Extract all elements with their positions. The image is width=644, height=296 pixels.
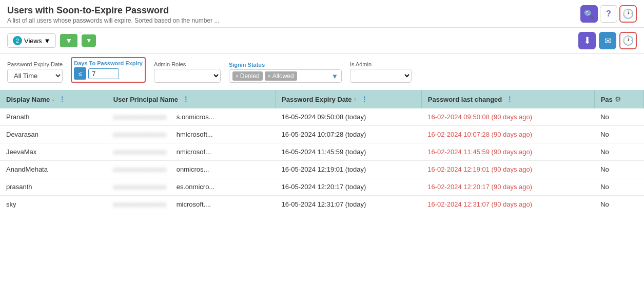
col-expiry-date-label: Password Expiry Date — [282, 96, 352, 103]
cell-last-changed: 16-02-2024 11:45:59 (90 days ago) — [421, 143, 594, 161]
views-label: Views — [24, 37, 42, 45]
expiry-date-sort-icon[interactable]: ↑ — [354, 97, 357, 102]
password-expiry-date-select[interactable]: All Time — [7, 69, 63, 83]
table-row: Devarasan xxxxxxxxxxxxxxxx hmicrosoft...… — [0, 126, 644, 143]
col-last-changed: Password last changed ⋮ — [421, 90, 594, 108]
table-container: Display Name ↓ ⋮ User Principal Name ⋮ P… — [0, 90, 644, 213]
views-badge: 2 — [13, 36, 22, 45]
cell-display-name: prasanth — [0, 178, 107, 196]
cell-display-name: Pranath — [0, 108, 107, 126]
cell-pas: No — [594, 126, 643, 143]
users-table: Display Name ↓ ⋮ User Principal Name ⋮ P… — [0, 90, 644, 213]
cell-upn: xxxxxxxxxxxxxxxx nmicrosof... — [107, 143, 275, 161]
upn-suffix: hmicrosoft... — [177, 131, 213, 138]
table-row: AnandMehata xxxxxxxxxxxxxxxx onmicros...… — [0, 161, 644, 178]
upn-blurred: xxxxxxxxxxxxxxxx — [113, 131, 174, 138]
admin-roles-label: Admin Roles — [154, 61, 221, 67]
cell-expiry-date: 16-05-2024 12:20:17 (today) — [276, 178, 422, 196]
cell-upn: xxxxxxxxxxxxxxxx hmicrosoft... — [107, 126, 275, 143]
action-icons: ⬇ ✉ 🕐 — [578, 32, 637, 49]
admin-roles-select[interactable] — [154, 69, 221, 83]
col-pas: Pas ⚙ — [594, 90, 643, 108]
views-button[interactable]: 2 Views ▼ — [7, 33, 56, 48]
download-button[interactable]: ⬇ — [578, 32, 596, 49]
signin-status-denied-tag[interactable]: × Denied — [232, 71, 263, 81]
is-admin-label: Is Admin — [350, 61, 412, 67]
cell-expiry-date: 16-05-2024 10:07:28 (today) — [276, 126, 422, 143]
days-to-expiry-label: Days To Password Expiry — [74, 60, 143, 66]
password-expiry-date-group: Password Expiry Date All Time — [7, 61, 63, 83]
cell-pas: No — [594, 178, 643, 196]
page-subtitle: A list of all users whose passwords will… — [7, 17, 220, 24]
cell-last-changed: 16-02-2024 12:19:01 (90 days ago) — [421, 161, 594, 178]
col-display-name-label: Display Name — [6, 96, 50, 103]
signin-status-allowed-tag[interactable]: × Allowed — [265, 71, 297, 81]
display-name-sort-icon[interactable]: ↓ — [52, 97, 54, 102]
cell-expiry-date: 16-05-2024 09:50:08 (today) — [276, 108, 422, 126]
upn-blurred: xxxxxxxxxxxxxxxx — [113, 165, 174, 173]
upn-dots-icon[interactable]: ⋮ — [182, 95, 189, 103]
filter-row: Password Expiry Date All Time Days To Pa… — [0, 54, 644, 88]
table-row: JeevaMax xxxxxxxxxxxxxxxx nmicrosof... 1… — [0, 143, 644, 161]
col-display-name: Display Name ↓ ⋮ — [0, 90, 107, 108]
upn-suffix: nmicrosof... — [177, 148, 211, 156]
col-last-changed-label: Password last changed — [428, 96, 502, 103]
cell-pas: No — [594, 108, 643, 126]
search-button[interactable]: 🔍 — [580, 5, 598, 23]
is-admin-group: Is Admin — [350, 61, 412, 83]
help-button[interactable]: ? — [600, 5, 617, 23]
cell-display-name: Devarasan — [0, 126, 107, 143]
allowed-tag-remove-icon[interactable]: × — [268, 73, 271, 79]
is-admin-select[interactable] — [350, 69, 412, 83]
cell-display-name: sky — [0, 196, 107, 213]
cell-upn: xxxxxxxxxxxxxxxx s.onmicros... — [107, 108, 275, 126]
cell-last-changed: 16-02-2024 12:31:07 (90 days ago) — [421, 196, 594, 213]
days-lte-button[interactable]: ≤ — [74, 67, 86, 80]
denied-tag-remove-icon[interactable]: × — [236, 73, 239, 79]
password-expiry-date-label: Password Expiry Date — [7, 61, 63, 67]
cell-upn: xxxxxxxxxxxxxxxx onmicros... — [107, 161, 275, 178]
cell-pas: No — [594, 143, 643, 161]
email-button[interactable]: ✉ — [599, 32, 616, 49]
clock-action-button[interactable]: 🕐 — [619, 32, 637, 49]
display-name-dots-icon[interactable]: ⋮ — [58, 95, 66, 103]
upn-suffix: microsoft.... — [177, 200, 211, 208]
days-expiry-input[interactable] — [88, 68, 119, 79]
clock-button[interactable]: 🕐 — [619, 5, 637, 23]
col-upn-label: User Principal Name — [113, 96, 178, 103]
table-row: prasanth xxxxxxxxxxxxxxxx es.onmicro... … — [0, 178, 644, 196]
signin-status-control[interactable]: × Denied × Allowed ▼ — [229, 69, 342, 83]
days-expiry-input-row: ≤ — [74, 67, 143, 80]
expiry-date-dots-icon[interactable]: ⋮ — [361, 95, 368, 103]
cell-last-changed: 16-02-2024 09:50:08 (90 days ago) — [421, 108, 594, 126]
signin-status-dropdown-arrow[interactable]: ▼ — [331, 72, 338, 80]
cell-expiry-date: 16-05-2024 12:19:01 (today) — [276, 161, 422, 178]
filter-icon-button[interactable]: ▼ — [60, 34, 77, 47]
signin-status-label: Signin Status — [229, 62, 342, 68]
col-settings-button[interactable]: ⚙ — [615, 95, 621, 103]
col-pas-label: Pas — [601, 96, 613, 103]
allowed-tag-label: Allowed — [272, 72, 294, 80]
cell-upn: xxxxxxxxxxxxxxxx microsoft.... — [107, 196, 275, 213]
cell-pas: No — [594, 161, 643, 178]
last-changed-dots-icon[interactable]: ⋮ — [506, 95, 513, 103]
top-bar: Users with Soon-to-Expire Password A lis… — [0, 0, 644, 28]
filter-bar: 2 Views ▼ ▼ ▼ ⬇ ✉ 🕐 — [0, 28, 644, 54]
upn-blurred: xxxxxxxxxxxxxxxx — [113, 200, 174, 208]
upn-blurred: xxxxxxxxxxxxxxxx — [113, 113, 174, 121]
cell-last-changed: 16-02-2024 12:20:17 (90 days ago) — [421, 178, 594, 196]
upn-suffix: onmicros... — [177, 165, 209, 173]
signin-status-group: Signin Status × Denied × Allowed ▼ — [229, 62, 342, 83]
cell-expiry-date: 16-05-2024 11:45:59 (today) — [276, 143, 422, 161]
cell-upn: xxxxxxxxxxxxxxxx es.onmicro... — [107, 178, 275, 196]
upn-suffix: es.onmicro... — [177, 183, 214, 191]
table-header: Display Name ↓ ⋮ User Principal Name ⋮ P… — [0, 90, 644, 108]
upn-blurred: xxxxxxxxxxxxxxxx — [113, 183, 174, 191]
filter-dropdown-arrow-button[interactable]: ▼ — [82, 34, 96, 47]
cell-pas: No — [594, 196, 643, 213]
cell-expiry-date: 16-05-2024 12:31:07 (today) — [276, 196, 422, 213]
upn-blurred: xxxxxxxxxxxxxxxx — [113, 148, 174, 156]
cell-display-name: JeevaMax — [0, 143, 107, 161]
admin-roles-group: Admin Roles — [154, 61, 221, 83]
col-expiry-date: Password Expiry Date ↑ ⋮ — [276, 90, 422, 108]
